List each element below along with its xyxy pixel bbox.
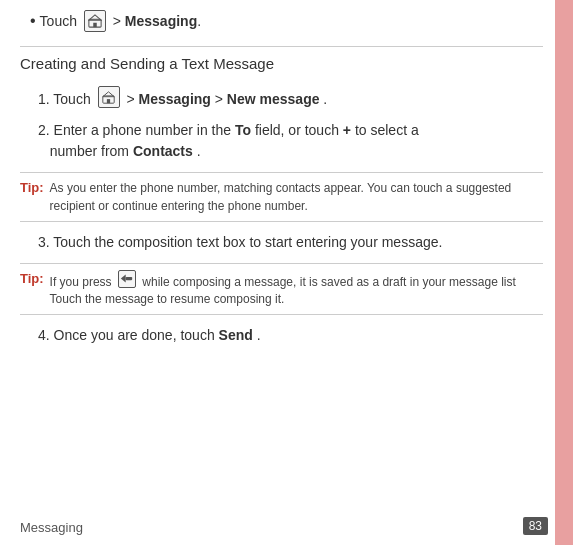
step2-contacts: Contacts [133, 143, 193, 159]
tip1-label: Tip: [20, 180, 44, 195]
right-tab [555, 0, 573, 545]
tip2-text: If you press while composing a message, … [50, 270, 543, 309]
bullet: • [30, 12, 36, 30]
step4-number: 4. [38, 327, 54, 343]
step1-touch: Touch [53, 91, 94, 107]
step-4: 4. Once you are done, touch Send . [20, 325, 543, 346]
home-icon-top [84, 10, 106, 32]
tip1-text: As you enter the phone number, matching … [50, 179, 543, 215]
step-2: 2. Enter a phone number in the To field,… [20, 120, 543, 162]
page-container: • Touch > Messaging . Creating and Sendi… [0, 0, 573, 545]
step4-text: Once you are done, touch [54, 327, 219, 343]
step1-arrow: > [126, 91, 138, 107]
tip-box-1: Tip: As you enter the phone number, matc… [20, 172, 543, 222]
step-1: 1. Touch > Messaging > New message . [20, 86, 543, 110]
step2-plus: + [343, 122, 351, 138]
step3-text: Touch the composition text box to start … [53, 234, 442, 250]
svg-rect-2 [93, 23, 97, 27]
messaging-top: Messaging [125, 13, 197, 29]
page-number: 83 [523, 517, 548, 535]
step-3: 3. Touch the composition text box to sta… [20, 232, 543, 253]
home-icon-step1 [98, 86, 120, 108]
step2-number: 2. [38, 122, 54, 138]
step2-to: To [235, 122, 251, 138]
touch-label-top: Touch [40, 13, 77, 29]
step1-messaging: Messaging [139, 91, 211, 107]
top-line: • Touch > Messaging . [20, 10, 543, 32]
step1-number: 1. [38, 91, 53, 107]
step4-send: Send [219, 327, 253, 343]
step1-new-message: New message [227, 91, 320, 107]
back-icon [118, 270, 136, 288]
footer-label: Messaging [20, 520, 83, 535]
arrow-top: > [113, 13, 121, 29]
step2-text1: Enter a phone number in the [54, 122, 235, 138]
step3-number: 3. [38, 234, 53, 250]
svg-rect-7 [126, 277, 133, 280]
tip2-label: Tip: [20, 271, 44, 286]
svg-marker-6 [121, 274, 126, 282]
tip-box-2: Tip: If you press while composing a mess… [20, 263, 543, 316]
svg-rect-5 [107, 99, 110, 103]
section-heading: Creating and Sending a Text Message [20, 46, 543, 72]
